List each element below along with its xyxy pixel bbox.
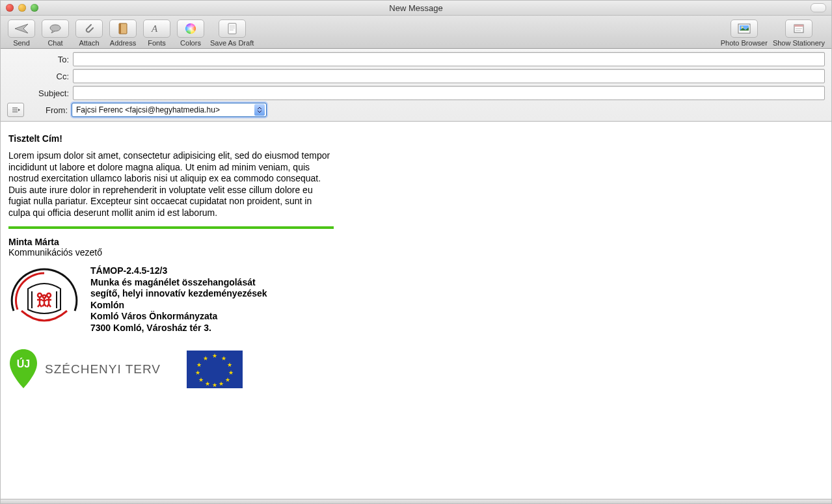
cc-label: Cc: xyxy=(7,72,73,81)
tb-fonts-label: Fonts xyxy=(148,39,166,47)
svg-rect-2 xyxy=(119,23,121,34)
svg-text:A: A xyxy=(151,23,158,34)
tb-chat[interactable]: Chat xyxy=(41,20,70,47)
from-label: From: xyxy=(29,105,72,115)
svg-point-0 xyxy=(50,25,60,31)
logos-row: ÚJ SZÉCHENYI TERV ★ ★ ★ ★ ★ ★ ★ ★ ★ ★ ★ xyxy=(8,348,334,391)
salutation: Tisztelt Cím! xyxy=(8,133,334,144)
tb-draft[interactable]: Save As Draft xyxy=(210,20,254,47)
tb-send-label: Send xyxy=(13,39,30,47)
tb-attach-label: Attach xyxy=(79,39,99,47)
paperclip-icon xyxy=(83,23,95,34)
eu-flag-icon: ★ ★ ★ ★ ★ ★ ★ ★ ★ ★ ★ ★ xyxy=(187,351,243,388)
to-field[interactable] xyxy=(73,52,825,66)
svg-rect-5 xyxy=(228,23,236,34)
tb-address[interactable]: Address xyxy=(109,20,137,47)
project-text: TÁMOP-2.4.5-12/3 Munka és magánélet össz… xyxy=(90,265,267,334)
message-body[interactable]: Tisztelt Cím! Lorem ipsum dolor sit amet… xyxy=(1,122,831,499)
tb-colors[interactable]: Colors xyxy=(176,20,205,47)
header-options-button[interactable] xyxy=(7,103,24,117)
project-line3: Komlón xyxy=(90,300,267,312)
window-footer xyxy=(1,499,831,503)
stationery-icon xyxy=(793,23,805,34)
project-code: TÁMOP-2.4.5-12/3 xyxy=(90,265,267,277)
signature-role: Kommunikációs vezető xyxy=(8,247,334,258)
mail-compose-window: New Message Send Chat Attach Address A F… xyxy=(0,0,832,504)
window-title: New Message xyxy=(1,3,831,13)
fonts-icon: A xyxy=(151,23,163,34)
subject-label: Subject: xyxy=(7,88,73,98)
from-select[interactable]: Fajcsi Ferenc <fajcsi@hegyhatmedia.hu> xyxy=(72,103,267,117)
list-icon xyxy=(11,107,20,113)
svg-rect-13 xyxy=(794,25,803,27)
titlebar: New Message xyxy=(1,1,831,16)
svg-text:ÚJ: ÚJ xyxy=(17,358,30,369)
pin-uj-icon: ÚJ xyxy=(8,348,38,391)
tb-draft-label: Save As Draft xyxy=(210,39,254,47)
tb-stationery[interactable]: Show Stationery xyxy=(773,20,825,47)
compose-headers: To: Cc: Subject: From: Fajcsi Ferenc <fa… xyxy=(1,49,831,122)
tb-fonts[interactable]: A Fonts xyxy=(142,20,171,47)
subject-field[interactable] xyxy=(73,86,825,100)
signature-name: Minta Márta xyxy=(8,237,334,247)
cc-field[interactable] xyxy=(73,69,825,83)
project-address: 7300 Komló, Városház tér 3. xyxy=(90,323,267,334)
to-label: To: xyxy=(7,55,73,64)
project-block: TÁMOP-2.4.5-12/3 Munka és magánélet össz… xyxy=(8,265,334,334)
tb-stationery-label: Show Stationery xyxy=(773,39,825,47)
divider-green xyxy=(8,226,334,229)
tb-attach[interactable]: Attach xyxy=(75,20,103,47)
send-icon xyxy=(14,23,29,34)
svg-point-4 xyxy=(185,23,196,34)
project-line1: Munka és magánélet összehangolását xyxy=(90,277,267,289)
tb-address-label: Address xyxy=(110,39,136,47)
chat-icon xyxy=(49,24,62,33)
body-paragraph: Lorem ipsum dolor sit amet, consectetur … xyxy=(8,150,334,219)
project-line2: segítő, helyi innovatív kezdeményezések xyxy=(90,288,267,300)
tb-colors-label: Colors xyxy=(180,39,201,47)
stepper-arrows-icon xyxy=(254,104,265,116)
tb-send[interactable]: Send xyxy=(7,20,36,47)
photo-icon xyxy=(738,23,751,34)
address-book-icon xyxy=(118,23,128,34)
tb-photo-browser[interactable]: Photo Browser xyxy=(721,20,768,47)
toolbar: Send Chat Attach Address A Fonts xyxy=(1,16,831,49)
project-org: Komló Város Önkormányzata xyxy=(90,311,267,323)
tb-photo-label: Photo Browser xyxy=(721,39,768,47)
colors-icon xyxy=(185,23,196,34)
toolbar-toggle-pill[interactable] xyxy=(811,3,826,12)
project-crest-icon xyxy=(8,265,80,330)
from-value: Fajcsi Ferenc <fajcsi@hegyhatmedia.hu> xyxy=(76,105,220,114)
szechenyi-text: SZÉCHENYI TERV xyxy=(45,362,161,377)
tb-chat-label: Chat xyxy=(47,39,62,47)
draft-icon xyxy=(227,23,237,34)
szechenyi-logo: ÚJ SZÉCHENYI TERV xyxy=(8,348,161,391)
